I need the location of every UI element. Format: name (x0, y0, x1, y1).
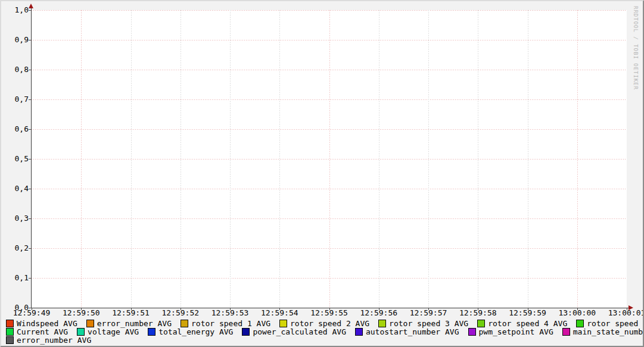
legend-color-swatch (355, 328, 363, 336)
legend-color-swatch (6, 336, 14, 344)
legend-item: Current AVG (6, 327, 68, 336)
v-gridline-minor (379, 10, 379, 308)
legend-color-swatch (181, 320, 188, 327)
x-tick-mark (230, 308, 231, 310)
y-tick-label: 0,5 (8, 155, 29, 163)
legend-item: autostart_number AVG (355, 327, 459, 336)
x-tick-mark (32, 308, 32, 310)
legend-label: main_state_number AVG (573, 327, 644, 336)
x-tick-label: 12:59:55 (304, 309, 354, 317)
legend-color-swatch (378, 320, 386, 327)
legend-color-swatch (6, 328, 14, 336)
v-gridline-major (81, 10, 82, 308)
x-tick-mark (478, 308, 478, 310)
legend-label: error_number AVG (17, 336, 91, 345)
legend-item: error_number AVG (86, 319, 172, 328)
legend-item: rotor speed 4 AVG (477, 319, 567, 328)
v-gridline-minor (428, 10, 429, 308)
legend-item: error_number AVG (6, 336, 91, 345)
legend-item: total_energy AVG (148, 327, 233, 336)
legend-item: power_calculated AVG (242, 327, 346, 336)
x-tick-label: 12:59:52 (155, 309, 206, 317)
y-tick-label: 0,3 (8, 214, 29, 223)
x-tick-label: 13:00:00 (552, 309, 602, 317)
legend-item: rotor speed 1 AVG (181, 319, 270, 328)
y-tick-mark (29, 40, 32, 40)
legend-color-swatch (477, 320, 485, 327)
legend-label: pwm_setpoint AVG (479, 327, 553, 336)
x-axis-arrow-icon (629, 305, 633, 310)
legend-color-swatch (86, 320, 94, 327)
rrdtool-graph: 1,00,90,80,70,60,50,40,30,20,10,0 12:59:… (0, 0, 644, 347)
v-gridline-major (577, 10, 578, 308)
x-tick-mark (81, 308, 82, 310)
legend: Windspeed AVGerror_number AVGrotor speed… (6, 319, 644, 344)
legend-label: total_energy AVG (158, 327, 233, 336)
v-gridline-major (329, 10, 330, 308)
y-tick-mark (29, 129, 32, 130)
y-tick-mark (29, 189, 32, 189)
y-tick-mark (29, 248, 32, 249)
legend-label: rotor speed 3 AVG (389, 319, 468, 328)
legend-item: rotor speed 5 AVG (576, 319, 644, 328)
y-tick-label: 0,6 (8, 125, 29, 133)
rrdtool-watermark: RRDTOOL / TOBI OETIKER (633, 6, 639, 90)
legend-color-swatch (77, 328, 85, 336)
x-tick-mark (131, 308, 132, 310)
legend-item: voltage AVG (77, 327, 139, 336)
legend-label: power_calculated AVG (253, 327, 346, 336)
legend-label: voltage AVG (88, 327, 139, 336)
x-tick-mark (181, 308, 181, 310)
legend-label: rotor speed 2 AVG (290, 319, 369, 328)
y-tick-label: 0,2 (8, 244, 29, 252)
legend-color-swatch (279, 320, 287, 327)
legend-row: Current AVGvoltage AVGtotal_energy AVGpo… (6, 327, 644, 336)
legend-item: rotor speed 2 AVG (279, 319, 369, 328)
x-tick-label: 12:59:56 (354, 309, 404, 317)
x-tick-mark (627, 308, 627, 310)
x-tick-label: 12:59:53 (205, 309, 255, 317)
y-tick-label: 0,9 (8, 36, 29, 44)
legend-color-swatch (242, 328, 250, 336)
x-tick-label: 12:59:59 (503, 309, 553, 317)
y-axis-arrow-icon (29, 4, 33, 8)
y-tick-mark (29, 70, 32, 70)
legend-color-swatch (562, 328, 570, 336)
legend-label: rotor speed 5 AVG (587, 319, 644, 328)
legend-label: Current AVG (17, 327, 68, 336)
x-tick-mark (279, 308, 280, 310)
plot-area (32, 10, 627, 308)
y-tick-label: 1,0 (8, 6, 29, 14)
x-tick-label: 12:59:49 (7, 309, 57, 317)
y-tick-mark (29, 10, 32, 11)
v-gridline-minor (181, 10, 181, 308)
v-gridline-minor (279, 10, 280, 308)
y-axis-line (31, 7, 32, 308)
x-tick-mark (379, 308, 379, 310)
legend-item: rotor speed 3 AVG (378, 319, 468, 328)
y-tick-label: 0,8 (8, 65, 29, 74)
legend-label: error_number AVG (97, 319, 172, 328)
v-gridline-minor (528, 10, 528, 308)
x-tick-label: 12:59:54 (254, 309, 304, 317)
x-axis-line (31, 308, 630, 308)
y-tick-mark (29, 278, 32, 279)
legend-row: error_number AVG (6, 336, 644, 344)
x-tick-label: 12:59:57 (403, 309, 453, 317)
x-tick-label: 12:59:51 (106, 309, 156, 317)
y-tick-mark (29, 99, 32, 100)
v-gridline-minor (230, 10, 231, 308)
legend-label: Windspeed AVG (17, 319, 77, 328)
legend-row: Windspeed AVGerror_number AVGrotor speed… (6, 319, 644, 327)
legend-item: Windspeed AVG (6, 319, 77, 328)
x-tick-label: 12:59:58 (453, 309, 503, 317)
y-tick-label: 0,4 (8, 185, 29, 193)
x-tick-mark (428, 308, 429, 310)
v-gridline-minor (131, 10, 132, 308)
legend-item: pwm_setpoint AVG (468, 327, 553, 336)
x-tick-mark (528, 308, 528, 310)
y-tick-mark (29, 159, 32, 160)
y-tick-label: 0,1 (8, 274, 29, 282)
legend-color-swatch (148, 328, 155, 336)
y-tick-mark (29, 218, 32, 219)
